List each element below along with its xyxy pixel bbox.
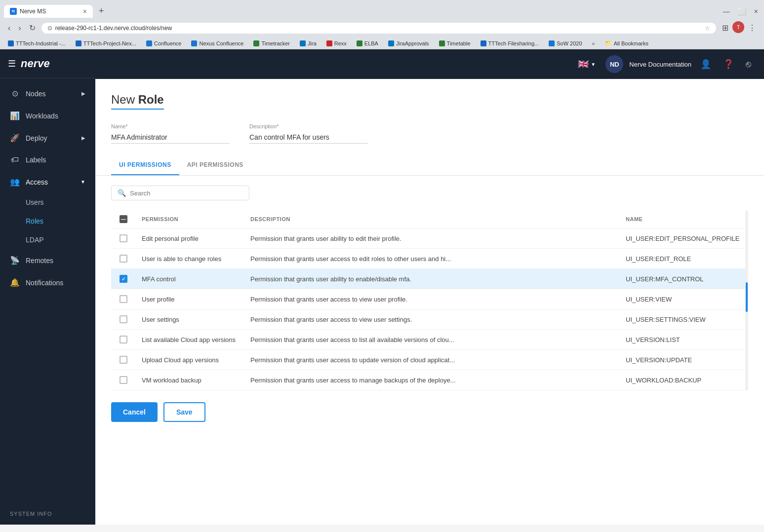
sidebar: ☰ nerve ⊙ Nodes ▶ 📊 Workloads 🚀 Deploy ▶… [0,49,95,525]
row-checkbox-cell [111,309,136,330]
row-name: UI_USER:EDIT_ROLE [620,249,748,269]
reload-button[interactable]: ↻ [27,21,38,35]
chevron-right-icon: ▶ [81,91,85,96]
bookmark-jira[interactable]: Jira [296,39,321,47]
table-header-row: PERMISSION DESCRIPTION NAME [111,210,748,228]
sidebar-item-remotes[interactable]: 📡 Remotes [0,249,95,271]
close-button[interactable]: × [752,5,760,17]
back-button[interactable]: ‹ [6,22,12,35]
row-checkbox[interactable] [120,315,127,323]
lock-icon: ⊙ [47,25,52,32]
description-label: Description* [249,123,368,129]
sidebar-item-roles[interactable]: Roles [0,212,95,230]
bookmark-favicon [300,40,306,46]
row-description: Permission that grants user access to up… [244,350,620,370]
bookmark-timetracker[interactable]: Timetracker [249,39,294,47]
help-icon[interactable]: ❓ [720,56,737,73]
sidebar-item-notifications[interactable]: 🔔 Notifications [0,271,95,294]
tab-api-permissions[interactable]: API PERMISSIONS [179,155,251,175]
sidebar-item-deploy[interactable]: 🚀 Deploy ▶ [0,127,95,149]
profile-button[interactable]: T [732,21,744,33]
select-all-checkbox[interactable] [120,215,127,223]
url-text: release-290-rc1-1.dev.nerve.cloud/roles/… [55,25,702,32]
search-input[interactable] [130,190,229,197]
scrollbar-track[interactable] [745,210,748,390]
hamburger-icon[interactable]: ☰ [8,58,16,69]
bookmark-favicon [76,40,81,46]
url-bar[interactable]: ⊙ release-290-rc1-1.dev.nerve.cloud/role… [41,23,716,34]
profile-icon[interactable]: 👤 [697,56,714,73]
table-row: Edit personal profilePermission that gra… [111,228,748,249]
bookmark-tttech-project[interactable]: TTTech-Project-Nex... [72,39,140,47]
sidebar-item-labels[interactable]: 🏷 Labels [0,149,95,171]
sidebar-label-labels: Labels [26,156,46,164]
table-row: MFA controlPermission that grants user a… [111,269,748,289]
search-icon: 🔍 [118,189,126,197]
sidebar-item-workloads[interactable]: 📊 Workloads [0,105,95,127]
bookmark-favicon [481,40,486,46]
row-checkbox[interactable] [120,356,127,364]
browser-tab[interactable]: N Nerve MS × [4,5,93,18]
tab-title: Nerve MS [20,8,80,15]
bookmark-favicon [549,40,555,46]
row-checkbox[interactable] [120,234,127,242]
description-input[interactable] [249,131,368,144]
labels-icon: 🏷 [10,155,20,164]
new-tab-button[interactable]: + [95,4,108,18]
menu-button[interactable]: ⋮ [746,21,758,35]
language-selector[interactable]: 🇬🇧 ▼ [574,57,600,72]
row-permission: List available Cloud app versions [136,330,244,350]
user-avatar[interactable]: ND [605,55,623,73]
table-header: PERMISSION DESCRIPTION NAME [111,210,748,228]
notifications-icon: 🔔 [10,278,20,287]
row-checkbox[interactable] [120,295,127,303]
button-row: Cancel Save [111,402,748,422]
row-name: UI_USER:MFA_CONTROL [620,269,748,289]
sidebar-item-nodes[interactable]: ⊙ Nodes ▶ [0,82,95,105]
save-button[interactable]: Save [163,402,205,422]
sidebar-item-access[interactable]: 👥 Access ▼ [0,171,95,193]
all-bookmarks[interactable]: 📁 All Bookmarks [601,39,652,47]
bookmark-rexx[interactable]: Rexx [322,39,351,47]
bookmark-tttech-industrial[interactable]: TTTech-Industrial -... [4,39,70,47]
extensions-button[interactable]: ⊞ [720,21,730,35]
sidebar-item-ldap[interactable]: LDAP [0,230,95,249]
star-icon[interactable]: ☆ [705,25,710,32]
user-name[interactable]: Nerve Documentation [629,61,691,68]
system-info[interactable]: SYSTEM INFO [0,503,95,525]
bookmark-confluence[interactable]: Confluence [142,39,186,47]
row-permission: Upload Cloud app versions [136,350,244,370]
forward-button[interactable]: › [16,22,23,35]
sidebar-label-notifications: Notifications [26,279,63,287]
row-permission: MFA control [136,269,244,289]
row-name: UI_USER:SETTINGS:VIEW [620,309,748,330]
row-checkbox[interactable] [120,255,127,263]
table-body: Edit personal profilePermission that gra… [111,228,748,390]
row-description: Permission that grants user access to li… [244,330,620,350]
minimize-button[interactable]: — [721,5,732,17]
cancel-button[interactable]: Cancel [111,402,158,422]
bookmark-filesharing[interactable]: TTTech Filesharing... [477,39,543,47]
row-checkbox[interactable] [120,275,127,283]
bookmark-elba[interactable]: ELBA [353,39,382,47]
bookmark-favicon [326,40,332,46]
bookmark-nexus[interactable]: Nexus Confluence [187,39,247,47]
bookmarks-more[interactable]: » [588,39,599,47]
row-checkbox-cell [111,350,136,370]
restore-button[interactable]: ⬜ [736,5,748,17]
scrollbar-thumb[interactable] [746,282,748,312]
bookmark-jiraapprovals[interactable]: JiraApprovals [384,39,433,47]
row-description: Permission that grants user access to ma… [244,370,620,390]
th-select [111,210,136,228]
bookmark-sow[interactable]: SoW 2020 [545,39,586,47]
all-bookmarks-label: All Bookmarks [614,40,648,46]
row-checkbox[interactable] [120,336,127,343]
tab-close-button[interactable]: × [83,8,87,15]
sidebar-item-users[interactable]: Users [0,193,95,212]
tab-ui-permissions[interactable]: UI PERMISSIONS [111,155,179,175]
row-permission: VM workload backup [136,370,244,390]
row-checkbox[interactable] [120,376,127,384]
name-input[interactable] [111,131,230,144]
bookmark-timetable[interactable]: Timetable [435,39,475,47]
logout-icon[interactable]: ⎋ [743,56,754,73]
